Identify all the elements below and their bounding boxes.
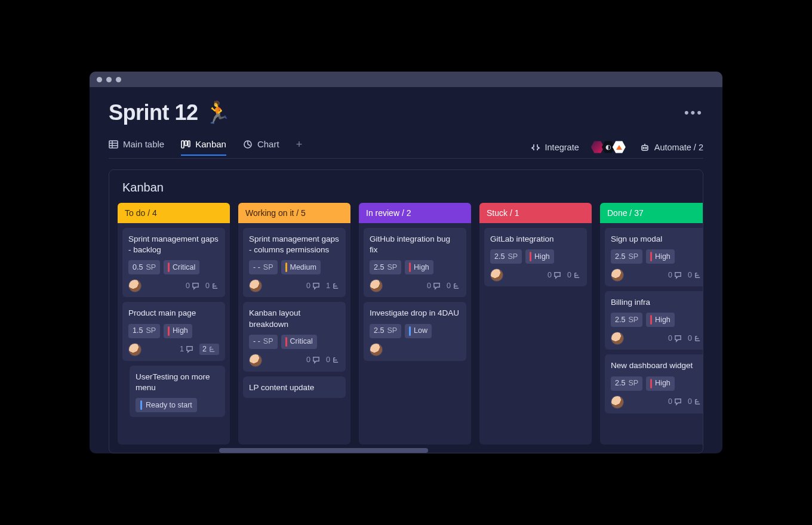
- priority-chip[interactable]: Critical: [281, 335, 317, 349]
- window-close-dot[interactable]: [97, 77, 102, 82]
- comments-count[interactable]: 1: [180, 344, 193, 354]
- subitems-count[interactable]: 0: [326, 355, 340, 365]
- story-points-chip[interactable]: 2.5SP: [611, 376, 642, 391]
- priority-chip[interactable]: Medium: [281, 260, 321, 274]
- priority-chip[interactable]: High: [164, 324, 192, 338]
- story-points-chip[interactable]: 2.5SP: [611, 249, 642, 264]
- column-header[interactable]: Stuck / 1: [479, 203, 592, 223]
- tab-chart[interactable]: Chart: [243, 139, 279, 155]
- window-max-dot[interactable]: [116, 77, 121, 82]
- comments-count[interactable]: 0: [306, 355, 320, 365]
- card-title[interactable]: Kanban layout breakdown: [249, 308, 340, 329]
- card-title[interactable]: Billing infra: [611, 297, 702, 308]
- card[interactable]: New dashboard widget2.5SPHigh00: [605, 354, 703, 413]
- subitems-count[interactable]: 1: [326, 281, 340, 291]
- assignee-avatar[interactable]: [249, 354, 262, 367]
- assignee-avatar[interactable]: [128, 279, 142, 292]
- card[interactable]: Sprint management gaps - columns permiss…: [243, 228, 346, 297]
- card-title[interactable]: Investigate drop in 4DAU: [370, 308, 460, 319]
- subitems-count[interactable]: 2: [199, 344, 219, 355]
- column-header[interactable]: Working on it / 5: [238, 203, 350, 223]
- card[interactable]: UserTesting on more menuReady to start: [130, 366, 225, 417]
- status-label: Ready to start: [146, 400, 192, 410]
- assignee-avatar[interactable]: [370, 343, 383, 356]
- story-points-chip[interactable]: - -SP: [249, 335, 278, 349]
- column-header[interactable]: Done / 37: [600, 203, 703, 223]
- column-header[interactable]: To do / 4: [118, 203, 230, 223]
- card[interactable]: GitHub integration bug fix2.5SPHigh00: [364, 228, 466, 297]
- column-body: GitLab integration2.5SPHigh00: [479, 223, 592, 444]
- story-points-chip[interactable]: 0.5SP: [128, 260, 160, 274]
- story-points-chip[interactable]: - -SP: [249, 260, 278, 274]
- card-title[interactable]: Product main page: [128, 308, 219, 319]
- card[interactable]: Kanban layout breakdown- -SPCritical00: [243, 302, 346, 371]
- priority-chip[interactable]: Low: [405, 324, 432, 338]
- status-chip[interactable]: Ready to start: [136, 398, 197, 412]
- card[interactable]: GitLab integration2.5SPHigh00: [484, 228, 587, 286]
- card-title[interactable]: New dashboard widget: [611, 360, 702, 371]
- window-min-dot[interactable]: [106, 77, 112, 82]
- priority-chip[interactable]: High: [646, 313, 675, 327]
- subitems-count[interactable]: 0: [688, 397, 702, 407]
- card-title[interactable]: Sprint management gaps - backlog: [128, 234, 219, 255]
- card[interactable]: LP content update: [243, 376, 346, 398]
- card[interactable]: Billing infra2.5SPHigh00: [605, 291, 703, 350]
- assignee-avatar[interactable]: [611, 268, 624, 282]
- comments-count[interactable]: 0: [186, 281, 199, 291]
- integrate-button[interactable]: Integrate: [531, 143, 579, 152]
- subitems-count[interactable]: 0: [688, 333, 702, 344]
- column-header[interactable]: In review / 2: [359, 203, 471, 223]
- automate-button[interactable]: Automate / 2: [640, 143, 703, 152]
- priority-chip[interactable]: High: [646, 376, 675, 391]
- comments-count[interactable]: 0: [548, 270, 561, 280]
- story-points-chip[interactable]: 1.5SP: [128, 324, 160, 338]
- story-points-chip[interactable]: 2.5SP: [370, 260, 401, 274]
- story-points-chip[interactable]: 2.5SP: [490, 249, 522, 264]
- card-chips: 1.5SPHigh: [128, 324, 219, 338]
- comments-count[interactable]: 0: [427, 281, 441, 291]
- integration-badges[interactable]: ◐: [593, 141, 626, 154]
- priority-chip[interactable]: High: [525, 249, 554, 264]
- subitems-count[interactable]: 0: [567, 270, 581, 280]
- horizontal-scrollbar[interactable]: [118, 448, 694, 453]
- card-title[interactable]: Sprint management gaps - columns permiss…: [249, 234, 340, 255]
- assignee-avatar[interactable]: [370, 279, 383, 292]
- comments-count[interactable]: 0: [668, 333, 682, 344]
- comments-count[interactable]: 0: [668, 397, 682, 407]
- tab-kanban[interactable]: Kanban: [181, 139, 226, 156]
- assignee-avatar[interactable]: [611, 332, 624, 345]
- board-title: Kanban: [109, 170, 703, 203]
- assignee-avatar[interactable]: [611, 396, 624, 409]
- tab-main-table[interactable]: Main table: [109, 139, 164, 155]
- assignee-avatar[interactable]: [249, 279, 262, 292]
- priority-chip[interactable]: High: [646, 249, 675, 264]
- subitems-count[interactable]: 0: [205, 281, 219, 291]
- card-title[interactable]: UserTesting on more menu: [136, 372, 219, 393]
- more-menu-icon[interactable]: •••: [684, 105, 703, 121]
- card-title[interactable]: Sign up modal: [611, 234, 702, 245]
- story-points-chip[interactable]: 2.5SP: [370, 324, 401, 338]
- comments-count[interactable]: 0: [668, 270, 682, 280]
- story-points-chip[interactable]: 2.5SP: [611, 313, 642, 327]
- subitems-count[interactable]: 0: [688, 270, 702, 280]
- subitems-count[interactable]: 0: [447, 281, 460, 291]
- card-title[interactable]: GitLab integration: [490, 234, 581, 245]
- integrate-label: Integrate: [545, 143, 579, 152]
- card-chips: 2.5SPHigh: [611, 376, 702, 391]
- sp-value: 2.5: [615, 315, 625, 325]
- card[interactable]: Sprint management gaps - backlog0.5SPCri…: [122, 228, 225, 297]
- card-title[interactable]: GitHub integration bug fix: [370, 234, 460, 255]
- card[interactable]: Investigate drop in 4DAU2.5SPLow: [364, 302, 466, 360]
- tab-label: Main table: [123, 139, 164, 149]
- card[interactable]: Sign up modal2.5SPHigh00: [605, 228, 703, 286]
- scrollbar-thumb[interactable]: [219, 448, 428, 453]
- card[interactable]: Product main page1.5SPHigh12: [122, 302, 225, 360]
- priority-chip[interactable]: High: [405, 260, 433, 274]
- comments-count[interactable]: 0: [306, 281, 320, 291]
- sp-value: 0.5: [133, 262, 143, 273]
- add-view-button[interactable]: +: [296, 138, 303, 156]
- assignee-avatar[interactable]: [490, 268, 503, 282]
- assignee-avatar[interactable]: [128, 343, 142, 356]
- card-title[interactable]: LP content update: [249, 382, 340, 393]
- priority-chip[interactable]: Critical: [164, 260, 199, 274]
